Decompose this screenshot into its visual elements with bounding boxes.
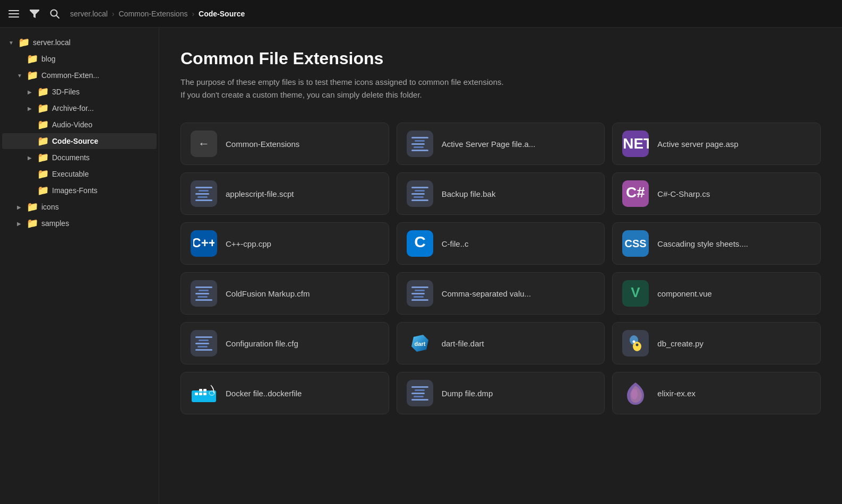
file-grid: ← Common-Extensions Active Server Page f… — [181, 123, 821, 414]
svg-rect-18 — [203, 393, 207, 395]
sidebar-label-server-local: server.local — [33, 38, 71, 47]
cs-label: C#-C-Sharp.cs — [657, 189, 710, 198]
cfg-icon — [191, 330, 217, 357]
applescript-label: applescript-file.scpt — [226, 189, 294, 198]
sidebar-item-server-local[interactable]: ▼ 📁 server.local — [2, 34, 157, 50]
svg-text:C++: C++ — [193, 236, 214, 250]
breadcrumb-common-ext[interactable]: Common-Extensions — [118, 10, 187, 18]
dart-label: dart-file.dart — [442, 339, 484, 348]
sidebar-item-archive-for[interactable]: ▶ 📁 Archive-for... — [2, 100, 157, 116]
css-icon: CSS — [622, 230, 649, 257]
svg-rect-17 — [199, 393, 202, 395]
sidebar-item-documents[interactable]: ▶ 📁 Documents — [2, 150, 157, 166]
back-arrow-icon: ← — [191, 131, 217, 157]
applescript-icon — [191, 180, 217, 207]
svg-rect-1 — [8, 13, 19, 14]
desc-line2: If you don't create a custom theme, you … — [181, 90, 422, 99]
file-card-asp-a[interactable]: Active Server Page file.a... — [397, 123, 605, 165]
dmp-icon — [407, 380, 433, 406]
file-card-dart[interactable]: dart dart-file.dart — [397, 322, 605, 364]
svg-point-12 — [633, 342, 641, 351]
svg-rect-2 — [8, 16, 19, 18]
vue-icon: V — [622, 280, 649, 307]
chevron-down-icon: ▼ — [17, 73, 23, 79]
file-card-ex[interactable]: elixir-ex.ex — [612, 372, 821, 414]
folder-icon: 📁 — [37, 86, 49, 98]
svg-text:V: V — [631, 284, 641, 300]
folder-icon: 📁 — [37, 185, 49, 196]
file-card-dockerfile[interactable]: Docker file..dockerfile — [181, 372, 389, 414]
bak-icon — [407, 180, 433, 207]
csv-label: Comma-separated valu... — [442, 289, 531, 298]
file-card-py[interactable]: db_create.py — [612, 322, 821, 364]
cfm-icon — [191, 280, 217, 307]
filter-icon[interactable] — [30, 10, 39, 18]
folder-icon: 📁 — [37, 168, 49, 180]
breadcrumb-code-source[interactable]: Code-Source — [199, 10, 245, 18]
svg-text:CSS: CSS — [625, 238, 646, 249]
desc-line1: The purpose of these empty files is to t… — [181, 77, 504, 86]
bak-label: Backup file.bak — [442, 189, 496, 198]
folder-icon: 📁 — [37, 119, 49, 131]
dart-icon: dart — [407, 330, 433, 357]
file-card-cpp[interactable]: C++ C++-cpp.cpp — [181, 222, 389, 265]
cfg-label: Configuration file.cfg — [226, 339, 298, 348]
dmp-label: Dump file.dmp — [442, 389, 493, 398]
file-card-applescript[interactable]: applescript-file.scpt — [181, 172, 389, 215]
chevron-right-icon: ▶ — [17, 204, 23, 210]
svg-line-4 — [56, 15, 59, 18]
svg-rect-16 — [195, 393, 198, 395]
file-card-cfg[interactable]: Configuration file.cfg — [181, 322, 389, 364]
back-label: Common-Extensions — [226, 140, 299, 149]
cpp-label: C++-cpp.cpp — [226, 239, 271, 248]
sidebar-item-code-source[interactable]: ▶ 📁 Code-Source — [2, 133, 157, 149]
c-icon: C — [407, 230, 433, 257]
file-card-vue[interactable]: V component.vue — [612, 272, 821, 315]
sidebar-item-audio-video[interactable]: ▶ 📁 Audio-Video — [2, 117, 157, 133]
asp-a-label: Active Server Page file.a... — [442, 140, 536, 149]
sidebar-label-images-fonts: Images-Fonts — [52, 186, 98, 195]
sidebar-label-blog: blog — [41, 55, 55, 63]
file-card-cfm[interactable]: ColdFusion Markup.cfm — [181, 272, 389, 315]
sidebar-item-icons[interactable]: ▶ 📁 icons — [2, 199, 157, 215]
folder-icon: 📁 — [27, 218, 38, 229]
sidebar-item-images-fonts[interactable]: ▶ 📁 Images-Fonts — [2, 183, 157, 198]
file-card-dmp[interactable]: Dump file.dmp — [397, 372, 605, 414]
sidebar-label-common-extensions: Common-Exten... — [41, 71, 99, 80]
file-card-csv[interactable]: Comma-separated valu... — [397, 272, 605, 315]
folder-icon: 📁 — [18, 37, 30, 48]
file-card-bak[interactable]: Backup file.bak — [397, 172, 605, 215]
menu-icon[interactable] — [8, 10, 19, 18]
file-card-back[interactable]: ← Common-Extensions — [181, 123, 389, 165]
sidebar-label-archive-for: Archive-for... — [52, 104, 94, 112]
py-label: db_create.py — [657, 339, 703, 348]
sidebar-item-samples[interactable]: ▶ 📁 samples — [2, 215, 157, 231]
svg-text:dart: dart — [414, 341, 425, 347]
folder-icon: 📁 — [27, 53, 38, 65]
chevron-right-icon: ▶ — [17, 221, 23, 227]
chevron-right-icon: ▶ — [28, 89, 34, 95]
svg-rect-20 — [203, 389, 207, 392]
main-layout: ▼ 📁 server.local ▶ 📁 blog ▼ 📁 Common-Ext… — [0, 28, 842, 504]
chevron-down-icon: ▼ — [8, 40, 15, 46]
breadcrumb-sep-1: › — [112, 10, 115, 18]
folder-icon: 📁 — [37, 152, 49, 163]
cpp-icon: C++ — [191, 230, 217, 257]
file-card-css[interactable]: CSS Cascading style sheets.... — [612, 222, 821, 265]
breadcrumb-server[interactable]: server.local — [70, 10, 108, 18]
sidebar-label-audio-video: Audio-Video — [52, 120, 92, 129]
chevron-right-icon: ▶ — [28, 106, 34, 111]
svg-text:C: C — [414, 233, 426, 250]
file-card-cs[interactable]: C# C#-C-Sharp.cs — [612, 172, 821, 215]
topbar: server.local › Common-Extensions › Code-… — [0, 0, 842, 28]
file-card-asp[interactable]: .NET Active server page.asp — [612, 123, 821, 165]
svg-point-13 — [633, 341, 635, 343]
sidebar: ▼ 📁 server.local ▶ 📁 blog ▼ 📁 Common-Ext… — [0, 28, 159, 504]
sidebar-item-3d-files[interactable]: ▶ 📁 3D-Files — [2, 84, 157, 100]
sidebar-item-executable[interactable]: ▶ 📁 Executable — [2, 166, 157, 182]
cfm-label: ColdFusion Markup.cfm — [226, 289, 310, 298]
file-card-c[interactable]: C C-file..c — [397, 222, 605, 265]
sidebar-item-blog[interactable]: ▶ 📁 blog — [2, 51, 157, 67]
sidebar-item-common-extensions[interactable]: ▼ 📁 Common-Exten... — [2, 67, 157, 83]
search-icon[interactable] — [50, 9, 59, 19]
